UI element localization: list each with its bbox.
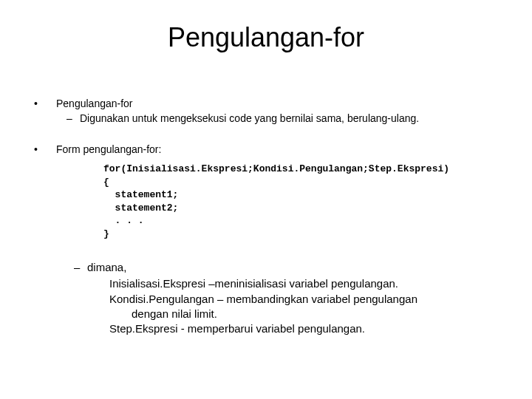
slide: Pengulangan-for • Pengulangan-for – Digu…: [0, 0, 532, 399]
bullet-1-sub-text: Digunakan untuk mengeksekusi code yang b…: [80, 112, 419, 124]
dash-icon: –: [66, 112, 80, 124]
explain-line-1: Inisialisasi.Ekspresi –meninisialisasi v…: [109, 276, 502, 291]
bullet-2-heading: Form pengulangan-for:: [56, 143, 161, 155]
dash-icon: –: [74, 261, 87, 273]
code-block: for(Inisialisasi.Ekspresi;Kondisi.Pengul…: [103, 163, 502, 240]
explain-line-3: Step.Ekspresi - memperbarui variabel pen…: [109, 321, 502, 336]
explanation-block: – dimana, Inisialisasi.Ekspresi –meninis…: [74, 261, 502, 336]
bullet-1-sub: – Digunakan untuk mengeksekusi code yang…: [66, 112, 502, 124]
bullet-dot-icon: •: [30, 143, 56, 155]
explain-line-2b: dengan nilai limit.: [109, 307, 502, 321]
bullet-dot-icon: •: [30, 98, 56, 109]
explain-lead: dimana,: [87, 261, 126, 273]
bullet-item-2: • Form pengulangan-for:: [30, 143, 502, 155]
page-title: Pengulangan-for: [30, 22, 502, 53]
explain-line-2: Kondisi.Pengulangan – membandingkan vari…: [109, 292, 502, 307]
explain-lead-row: – dimana,: [74, 261, 502, 273]
explain-body: Inisialisasi.Ekspresi –meninisialisasi v…: [109, 276, 502, 336]
bullet-1-heading: Pengulangan-for: [56, 98, 133, 109]
bullet-item-1: • Pengulangan-for: [30, 98, 502, 109]
